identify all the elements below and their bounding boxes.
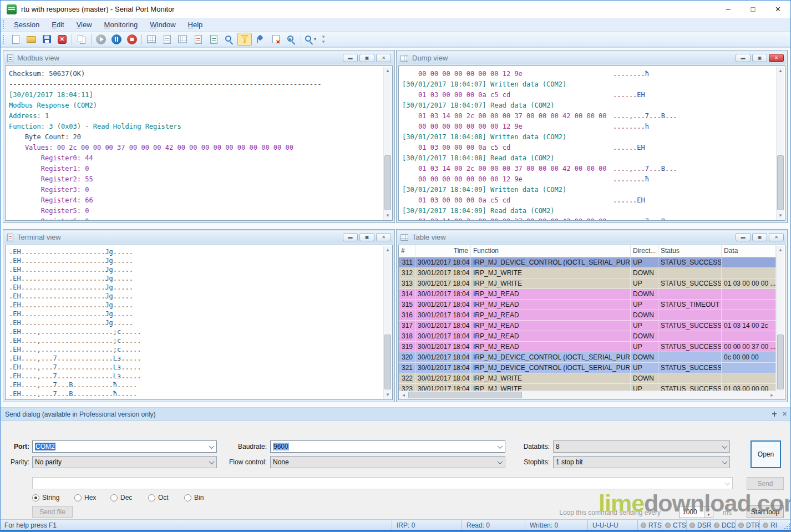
resize-grip[interactable] <box>784 520 791 531</box>
dump-minimize-icon[interactable]: ▬ <box>736 54 751 62</box>
scroll-left-icon[interactable]: ◂ <box>399 391 408 399</box>
line-view-button[interactable] <box>160 33 174 46</box>
table-close-icon[interactable]: ✕ <box>769 233 784 241</box>
toolbar-grip-handle[interactable] <box>3 35 4 44</box>
dump-view-content[interactable]: 00 00 00 00 00 00 00 12 9e........ħ[30/0… <box>398 65 785 221</box>
table-column-header[interactable]: # <box>399 245 415 257</box>
modbus-view-titlebar[interactable]: Modbus view ▬ ▣ ✕ <box>4 52 393 64</box>
mode-radio-dec[interactable]: Dec <box>110 494 132 501</box>
scroll-up-icon[interactable]: ▲ <box>777 67 784 75</box>
spin-up-icon[interactable]: ▲ <box>704 506 713 512</box>
scroll-right-icon[interactable]: ▸ <box>768 391 776 399</box>
table-column-header[interactable]: Data <box>722 245 776 257</box>
table-row[interactable]: 31730/01/2017 18:04:09IRP_MJ_READUPSTATU… <box>399 321 776 331</box>
table-restore-icon[interactable]: ▣ <box>752 233 767 241</box>
new-session-button[interactable] <box>8 33 23 46</box>
save-session-button[interactable] <box>39 33 54 46</box>
modbus-vertical-scrollbar[interactable]: ▲ ▼ <box>383 67 392 220</box>
table-view-button[interactable] <box>144 33 159 46</box>
table-row[interactable]: 31830/01/2017 18:04:09IRP_MJ_READDOWN <box>399 331 776 342</box>
stop-monitoring-button[interactable] <box>125 33 139 46</box>
radio-icon[interactable] <box>110 494 118 501</box>
mode-radio-hex[interactable]: Hex <box>74 494 96 501</box>
terminal-view-titlebar[interactable]: Terminal view ▬ ▣ ✕ <box>4 231 393 244</box>
chevron-down-icon[interactable] <box>720 457 729 468</box>
send-button[interactable]: Send <box>747 477 784 490</box>
parity-combo[interactable]: No parity <box>32 456 217 468</box>
chevron-down-icon[interactable] <box>720 441 729 452</box>
table-header[interactable]: #TimeFunctionDirect...StatusData <box>399 245 776 257</box>
maximize-icon[interactable]: □ <box>741 1 765 18</box>
menu-item-window[interactable]: Window <box>144 19 181 30</box>
scroll-thumb[interactable] <box>777 155 784 210</box>
scroll-up-icon[interactable]: ▲ <box>777 246 784 254</box>
table-column-header[interactable]: Status <box>658 245 722 257</box>
terminal-close-icon[interactable]: ✕ <box>376 233 391 241</box>
chevron-down-icon[interactable]: ▾ <box>314 37 316 42</box>
table-row[interactable]: 31530/01/2017 18:04:09IRP_MJ_READUPSTATU… <box>399 300 776 310</box>
scroll-thumb[interactable] <box>408 392 522 398</box>
close-session-button[interactable] <box>55 33 69 46</box>
table-row[interactable]: 32030/01/2017 18:04:10IRP_MJ_DEVICE_CONT… <box>399 352 776 363</box>
dump-view-titlebar[interactable]: Dump view ▬ ▣ ✕ <box>398 52 786 64</box>
terminal-minimize-icon[interactable]: ▬ <box>343 233 358 241</box>
pin-panel-icon[interactable] <box>772 412 777 417</box>
start-monitoring-button[interactable] <box>94 33 108 46</box>
stopbits-combo[interactable]: 1 stop bit <box>553 456 730 468</box>
send-file-button[interactable]: Send file <box>32 506 73 518</box>
databits-combo[interactable]: 8 <box>553 440 730 453</box>
table-row[interactable]: 32230/01/2017 18:04:10IRP_MJ_WRITEDOWN <box>399 373 776 384</box>
clear-button[interactable] <box>268 33 283 46</box>
close-panel-icon[interactable]: ✕ <box>782 411 787 417</box>
terminal-restore-icon[interactable]: ▣ <box>359 233 374 241</box>
mode-radio-oct[interactable]: Oct <box>148 494 169 501</box>
table-column-header[interactable]: Direct... <box>631 245 658 257</box>
dump-view-button[interactable] <box>175 33 190 46</box>
dump-close-icon[interactable]: ✕ <box>769 54 784 62</box>
table-minimize-icon[interactable]: ▬ <box>736 233 751 241</box>
modbus-view-content[interactable]: Checksum: 50637(OK)---------------------… <box>5 65 393 221</box>
pin-button[interactable] <box>253 33 267 46</box>
table-column-header[interactable]: Time <box>415 245 471 257</box>
scroll-down-icon[interactable]: ▼ <box>384 391 392 399</box>
toolbar-overflow-icon[interactable]: ▾▾ <box>320 34 327 44</box>
table-row[interactable]: 31330/01/2017 18:04:09IRP_MJ_WRITEUPSTAT… <box>399 278 776 289</box>
dump-vertical-scrollbar[interactable]: ▲ ▼ <box>776 67 784 220</box>
search-button[interactable] <box>222 33 236 46</box>
table-column-header[interactable]: Function <box>471 245 631 257</box>
scroll-thumb[interactable] <box>777 335 784 389</box>
modbus-restore-icon[interactable]: ▣ <box>359 54 374 62</box>
table-row[interactable]: 31630/01/2017 18:04:09IRP_MJ_READDOWN <box>399 310 776 321</box>
baudrate-combo[interactable]: 9600 <box>270 440 505 453</box>
menu-item-session[interactable]: Session <box>8 19 45 30</box>
radio-icon[interactable] <box>74 494 82 501</box>
scroll-up-icon[interactable]: ▲ <box>384 246 392 254</box>
table-view-titlebar[interactable]: Table view ▬ ▣ ✕ <box>398 231 786 244</box>
table-horizontal-scrollbar[interactable]: ◂ ▸ <box>399 391 776 399</box>
chevron-down-icon[interactable] <box>207 441 216 452</box>
pause-monitoring-button[interactable] <box>109 33 124 46</box>
modbus-close-icon[interactable]: ✕ <box>376 54 391 62</box>
command-input[interactable] <box>32 477 733 489</box>
menu-item-view[interactable]: View <box>70 19 98 30</box>
dump-restore-icon[interactable]: ▣ <box>752 54 767 62</box>
start-loop-button[interactable]: Start loop <box>747 505 784 518</box>
spin-down-icon[interactable]: ▼ <box>704 512 713 518</box>
loop-interval-stepper[interactable]: 1000 ▲▼ <box>679 506 713 518</box>
quick-search-button[interactable]: ▾ <box>303 33 318 46</box>
menu-item-edit[interactable]: Edit <box>45 19 70 30</box>
flow-control-combo[interactable]: None <box>270 456 505 468</box>
table-row[interactable]: 32130/01/2017 18:04:10IRP_MJ_DEVICE_CONT… <box>399 363 776 373</box>
table-row[interactable]: 31930/01/2017 18:04:09IRP_MJ_READUPSTATU… <box>399 342 776 352</box>
table-vertical-scrollbar[interactable]: ▲ ▼ <box>776 246 784 399</box>
scroll-thumb[interactable] <box>384 335 391 389</box>
chevron-down-icon[interactable] <box>207 457 216 468</box>
scroll-down-icon[interactable]: ▼ <box>384 211 392 220</box>
minimize-icon[interactable]: – <box>716 1 741 18</box>
table-row[interactable]: 31130/01/2017 18:04:09IRP_MJ_DEVICE_CONT… <box>399 257 776 268</box>
scroll-down-icon[interactable]: ▼ <box>777 211 784 220</box>
terminal-view-content[interactable]: .EH.....................Jg......EH......… <box>5 245 393 400</box>
modbus-view-button[interactable] <box>206 33 221 46</box>
port-combo[interactable]: COM2 <box>32 440 217 453</box>
menu-item-monitoring[interactable]: Monitoring <box>98 19 144 30</box>
